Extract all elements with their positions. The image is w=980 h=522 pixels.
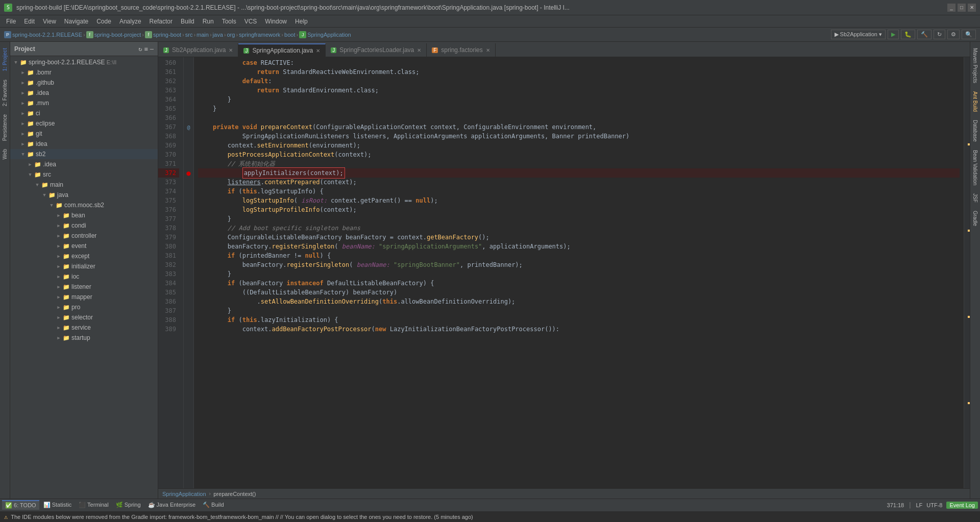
tree-item-bomr[interactable]: ▶ 📁 .bomr bbox=[10, 67, 158, 78]
tree-item-event[interactable]: ▶ 📁 event bbox=[10, 241, 158, 251]
tree-arrow-git[interactable]: ▶ bbox=[19, 131, 27, 136]
sidebar-ant[interactable]: Ant Build bbox=[971, 87, 979, 116]
menu-help[interactable]: Help bbox=[291, 17, 312, 26]
tree-item-service[interactable]: ▶ 📁 service bbox=[10, 322, 158, 333]
project-header-icons[interactable]: ↻ ≡ — bbox=[138, 45, 154, 53]
bottombar-build[interactable]: 🔨 Build bbox=[200, 501, 227, 509]
sidebar-jsf[interactable]: JSF bbox=[971, 189, 979, 207]
tree-arrow-bomr[interactable]: ▶ bbox=[19, 70, 27, 75]
tree-arrow-main[interactable]: ▼ bbox=[34, 182, 41, 187]
menu-build[interactable]: Build bbox=[177, 17, 199, 26]
menu-analyze[interactable]: Analyze bbox=[115, 17, 145, 26]
sidebar-gradle[interactable]: Gradle bbox=[971, 207, 979, 230]
tree-arrow-listener[interactable]: ▶ bbox=[55, 284, 62, 289]
bottombar-todo[interactable]: ✅ 6: TODO bbox=[2, 500, 39, 510]
tree-item-bean[interactable]: ▶ 📁 bean bbox=[10, 210, 158, 220]
tree-item-except[interactable]: ▶ 📁 except bbox=[10, 251, 158, 261]
breadcrumb-item-1[interactable]: spring-boot-2.2.1.RELEASE bbox=[12, 32, 82, 38]
breadcrumb-item-7[interactable]: org bbox=[227, 32, 235, 38]
tree-arrow-mapper[interactable]: ▶ bbox=[55, 294, 62, 300]
breadcrumb-item-10[interactable]: SpringApplication bbox=[307, 32, 351, 38]
tree-arrow-java[interactable]: ▼ bbox=[41, 192, 48, 197]
tree-item-root[interactable]: ▼ 📁 spring-boot-2.2.1.RELEASE E:\II bbox=[10, 57, 158, 67]
run-button[interactable]: ▶ bbox=[888, 30, 899, 39]
bottombar-spring[interactable]: 🌿 Spring bbox=[113, 501, 144, 509]
tab-sb2application[interactable]: J Sb2Application.java ✕ bbox=[158, 43, 238, 57]
tree-arrow-github[interactable]: ▶ bbox=[19, 80, 27, 85]
tree-item-ioc[interactable]: ▶ 📁 ioc bbox=[10, 271, 158, 282]
tree-arrow-sb2-idea[interactable]: ▶ bbox=[27, 162, 34, 167]
tree-arrow-root[interactable]: ▼ bbox=[12, 60, 19, 65]
tree-arrow-selector[interactable]: ▶ bbox=[55, 315, 62, 320]
build-button[interactable]: 🔨 bbox=[917, 30, 932, 39]
close-button[interactable]: ✕ bbox=[968, 4, 976, 12]
breadcrumb-item-2[interactable]: spring-boot-project bbox=[94, 32, 141, 38]
tree-item-condi[interactable]: ▶ 📁 condi bbox=[10, 220, 158, 231]
bottombar-java-enterprise[interactable]: ☕ Java Enterprise bbox=[145, 501, 199, 509]
sidebar-bean-validation[interactable]: Bean Validation bbox=[971, 146, 979, 189]
code-content[interactable]: case REACTIVE: return StandardReactiveWe… bbox=[194, 57, 964, 488]
sync-icon[interactable]: ↻ bbox=[138, 45, 142, 53]
menu-vcs[interactable]: VCS bbox=[240, 17, 261, 26]
tree-arrow-startup[interactable]: ▶ bbox=[55, 335, 62, 340]
tree-item-main[interactable]: ▼ 📁 main bbox=[10, 180, 158, 190]
tree-item-controller[interactable]: ▶ 📁 controller bbox=[10, 231, 158, 241]
debug-button[interactable]: 🐛 bbox=[901, 30, 915, 39]
breadcrumb-item-3[interactable]: spring-boot bbox=[153, 32, 181, 38]
breadcrumb-item-6[interactable]: java bbox=[213, 32, 223, 38]
bottombar-statistic[interactable]: 📊 Statistic bbox=[40, 501, 75, 509]
breadcrumb-item-8[interactable]: springframework bbox=[239, 32, 280, 38]
tab-close-factories[interactable]: ✕ bbox=[486, 47, 490, 53]
tree-item-listener[interactable]: ▶ 📁 listener bbox=[10, 282, 158, 292]
tree-item-sb2-idea[interactable]: ▶ 📁 .idea bbox=[10, 159, 158, 169]
tree-arrow-ioc[interactable]: ▶ bbox=[55, 274, 62, 279]
sidebar-database[interactable]: Database bbox=[971, 116, 979, 146]
tree-arrow-ci[interactable]: ▶ bbox=[19, 111, 27, 116]
run-config-dropdown[interactable]: ▶ Sb2Application ▾ bbox=[831, 30, 886, 39]
tree-item-src[interactable]: ▼ 📁 src bbox=[10, 169, 158, 180]
minimize-button[interactable]: _ bbox=[947, 4, 955, 12]
tab-springapplication[interactable]: J SpringApplication.java ✕ bbox=[238, 43, 326, 57]
tree-item-mvn[interactable]: ▶ 📁 .mvn bbox=[10, 98, 158, 108]
tab-spring-factories[interactable]: F spring.factories ✕ bbox=[427, 43, 495, 57]
sidebar-tab-favorites[interactable]: 2: Favorites bbox=[1, 76, 9, 110]
breadcrumb-item-4[interactable]: src bbox=[185, 32, 193, 38]
tree-item-github[interactable]: ▶ 📁 .github bbox=[10, 78, 158, 88]
tree-item-idea[interactable]: ▶ 📁 .idea bbox=[10, 88, 158, 98]
search-everywhere-button[interactable]: 🔍 bbox=[962, 30, 976, 39]
tree-item-pro[interactable]: ▶ 📁 pro bbox=[10, 302, 158, 312]
menu-window[interactable]: Window bbox=[261, 17, 291, 26]
menu-edit[interactable]: Edit bbox=[20, 17, 39, 26]
tree-arrow-service[interactable]: ▶ bbox=[55, 325, 62, 330]
tree-arrow-initializer[interactable]: ▶ bbox=[55, 264, 62, 269]
tree-arrow-eclipse[interactable]: ▶ bbox=[19, 121, 27, 126]
menu-view[interactable]: View bbox=[39, 17, 60, 26]
tree-item-mapper[interactable]: ▶ 📁 mapper bbox=[10, 292, 158, 302]
tree-arrow-src[interactable]: ▼ bbox=[27, 172, 34, 177]
sidebar-maven[interactable]: Maven Projects bbox=[971, 44, 979, 87]
tree-item-java[interactable]: ▼ 📁 java bbox=[10, 190, 158, 200]
tree-arrow-except[interactable]: ▶ bbox=[55, 254, 62, 259]
menu-tools[interactable]: Tools bbox=[218, 17, 240, 26]
menu-file[interactable]: File bbox=[2, 17, 20, 26]
tab-close-spring[interactable]: ✕ bbox=[316, 48, 320, 54]
collapse-icon[interactable]: — bbox=[150, 45, 154, 53]
event-log-button[interactable]: Event Log bbox=[946, 502, 978, 509]
breadcrumb-item-9[interactable]: boot bbox=[284, 32, 295, 38]
tab-close-sb2[interactable]: ✕ bbox=[229, 47, 233, 53]
tree-arrow-idea[interactable]: ▶ bbox=[19, 90, 27, 95]
tab-springfactoriesloader[interactable]: J SpringFactoriesLoader.java ✕ bbox=[326, 43, 427, 57]
window-controls[interactable]: _ □ ✕ bbox=[947, 4, 976, 12]
tree-arrow-sb2[interactable]: ▼ bbox=[19, 152, 27, 157]
tree-item-sb2[interactable]: ▼ 📁 sb2 bbox=[10, 149, 158, 159]
sidebar-tab-project[interactable]: 1: Project bbox=[1, 44, 9, 76]
tree-item-selector[interactable]: ▶ 📁 selector bbox=[10, 312, 158, 322]
menu-run[interactable]: Run bbox=[199, 17, 218, 26]
tree-item-com-mooc-sb2[interactable]: ▼ 📁 com.mooc.sb2 bbox=[10, 200, 158, 210]
tree-item-initializer[interactable]: ▶ 📁 initializer bbox=[10, 261, 158, 271]
tree-arrow-pro[interactable]: ▶ bbox=[55, 305, 62, 310]
tree-arrow-condi[interactable]: ▶ bbox=[55, 223, 62, 228]
tree-arrow-event[interactable]: ▶ bbox=[55, 243, 62, 248]
menu-code[interactable]: Code bbox=[92, 17, 115, 26]
sidebar-tab-web[interactable]: Web bbox=[1, 145, 9, 163]
